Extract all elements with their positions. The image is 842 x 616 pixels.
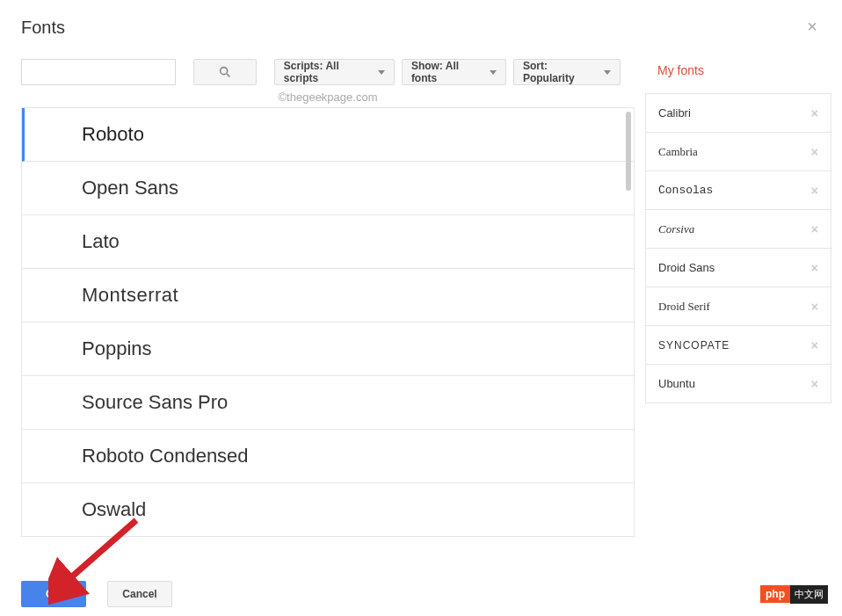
- myfont-item: Cambria×: [646, 133, 831, 171]
- scrollbar-thumb[interactable]: [626, 112, 631, 191]
- search-input[interactable]: [21, 59, 176, 85]
- remove-icon[interactable]: ×: [811, 145, 818, 159]
- myfonts-list: Calibri×Cambria×Consolas×Corsiva×Droid S…: [645, 93, 831, 403]
- search-button[interactable]: [193, 59, 257, 85]
- myfont-label: Droid Sans: [658, 261, 715, 274]
- remove-icon[interactable]: ×: [811, 377, 818, 391]
- font-item[interactable]: Roboto Condensed: [22, 430, 634, 483]
- myfont-label: Calibri: [658, 106, 691, 120]
- cancel-button[interactable]: Cancel: [107, 581, 172, 607]
- myfonts-title: My fonts: [645, 59, 831, 93]
- ok-button[interactable]: OK: [21, 581, 86, 607]
- font-item[interactable]: Oswald: [22, 483, 634, 537]
- sort-filter-label: Sort: Popularity: [523, 60, 599, 84]
- watermark-text: ©thegeekpage.com: [21, 91, 635, 104]
- font-item[interactable]: Lato: [22, 215, 634, 269]
- remove-icon[interactable]: ×: [811, 338, 818, 352]
- remove-icon[interactable]: ×: [811, 261, 818, 275]
- myfont-item: Calibri×: [646, 94, 831, 133]
- font-list[interactable]: RobotoOpen SansLatoMontserratPoppinsSour…: [21, 107, 635, 538]
- myfont-label: Syncopate: [658, 339, 729, 351]
- site-logo: php 中文网: [760, 585, 828, 604]
- search-icon: [218, 65, 232, 79]
- remove-icon[interactable]: ×: [811, 106, 818, 120]
- sort-filter-button[interactable]: Sort: Popularity: [513, 59, 621, 85]
- logo-cn: 中文网: [790, 585, 828, 604]
- myfont-label: Droid Serif: [658, 300, 710, 314]
- svg-point-0: [221, 68, 228, 75]
- font-item[interactable]: Montserrat: [22, 269, 634, 322]
- scripts-filter-button[interactable]: Scripts: All scripts: [274, 59, 395, 85]
- font-item[interactable]: Source Sans Pro: [22, 376, 634, 430]
- myfont-item: Syncopate×: [646, 326, 831, 365]
- font-item[interactable]: Open Sans: [22, 162, 634, 215]
- myfont-item: Corsiva×: [646, 210, 831, 249]
- chevron-down-icon: [490, 70, 497, 75]
- myfont-item: Droid Serif×: [646, 287, 831, 326]
- font-item[interactable]: Poppins: [22, 322, 634, 376]
- chevron-down-icon: [378, 70, 385, 75]
- myfont-item: Droid Sans×: [646, 249, 831, 287]
- svg-line-1: [227, 74, 229, 76]
- myfont-label: Consolas: [658, 184, 713, 197]
- show-filter-label: Show: All fonts: [411, 60, 484, 84]
- myfont-item: Consolas×: [646, 171, 831, 210]
- myfont-label: Corsiva: [658, 222, 694, 236]
- remove-icon[interactable]: ×: [811, 222, 818, 236]
- font-item[interactable]: Roboto: [22, 108, 634, 162]
- myfont-label: Ubuntu: [658, 377, 695, 390]
- show-filter-button[interactable]: Show: All fonts: [402, 59, 506, 85]
- scripts-filter-label: Scripts: All scripts: [284, 60, 373, 84]
- dialog-title: Fonts: [21, 18, 65, 38]
- remove-icon[interactable]: ×: [811, 300, 818, 314]
- myfont-item: Ubuntu×: [646, 365, 831, 403]
- close-icon[interactable]: ×: [803, 18, 821, 35]
- remove-icon[interactable]: ×: [811, 184, 818, 198]
- chevron-down-icon: [604, 70, 611, 75]
- logo-php: php: [760, 585, 790, 603]
- myfont-label: Cambria: [658, 145, 698, 159]
